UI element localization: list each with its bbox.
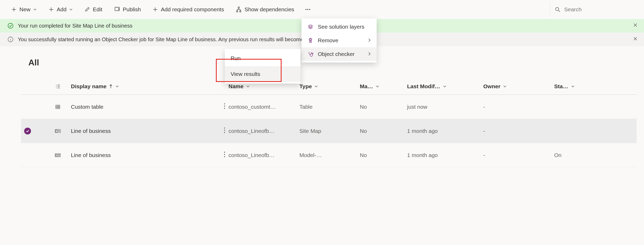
chevron-down-icon	[33, 8, 37, 11]
cell-managed: No	[360, 152, 407, 158]
select-column-icon[interactable]	[45, 84, 71, 89]
cell-owner: -	[483, 152, 554, 158]
cell-last-modified: 1 month ago	[407, 128, 483, 134]
cell-managed: No	[360, 104, 407, 110]
stethoscope-icon	[307, 51, 314, 57]
chevron-down-icon	[376, 85, 379, 88]
grid-header-row: Display name Name Type Ma… Last Modif… O…	[21, 78, 637, 95]
col-display-name[interactable]: Display name	[71, 83, 207, 90]
svg-point-13	[224, 108, 225, 109]
svg-point-21	[224, 152, 225, 153]
banner-close-button[interactable]	[633, 23, 638, 29]
col-status[interactable]: Sta…	[554, 83, 612, 90]
publish-label: Publish	[123, 6, 141, 13]
command-bar: New Add Edit Publish Add required compon…	[0, 0, 644, 19]
new-button[interactable]: New	[6, 2, 41, 17]
menu-remove[interactable]: Remove	[302, 34, 377, 47]
svg-point-6	[309, 9, 310, 10]
menu-object-checker[interactable]: Object checker	[302, 47, 377, 61]
svg-point-4	[305, 9, 307, 10]
col-name[interactable]: Name	[228, 83, 299, 90]
row-more-button[interactable]	[224, 103, 228, 110]
components-grid: Display name Name Type Ma… Last Modif… O…	[0, 67, 644, 167]
overflow-button[interactable]	[301, 2, 315, 17]
col-managed[interactable]: Ma…	[360, 83, 407, 90]
cell-managed: No	[360, 128, 407, 134]
cell-status: On	[554, 152, 612, 158]
row-type-icon	[45, 129, 71, 133]
search-input[interactable]	[564, 6, 633, 13]
plus-icon	[48, 7, 54, 12]
cell-owner: -	[483, 128, 554, 134]
show-dependencies-button[interactable]: Show dependencies	[231, 2, 299, 17]
publish-button[interactable]: Publish	[109, 2, 146, 17]
chevron-down-icon	[503, 85, 507, 88]
object-checker-submenu: Run View results	[225, 49, 300, 84]
add-button[interactable]: Add	[44, 2, 77, 17]
col-owner[interactable]: Owner	[483, 83, 554, 90]
search-box[interactable]	[550, 2, 638, 17]
svg-point-11	[224, 103, 225, 104]
row-more-button[interactable]	[224, 152, 228, 159]
chevron-down-icon	[69, 8, 73, 11]
chevron-right-icon	[368, 37, 371, 44]
row-type-icon	[45, 104, 71, 110]
cell-name: contoso_Lineofb…	[228, 128, 299, 134]
chevron-right-icon	[368, 51, 371, 57]
table-row[interactable]: Line of business contoso_Lineofb… Site M…	[21, 119, 637, 143]
info-circle-icon	[7, 36, 14, 43]
banner-success-text: Your run completed for Site Map Line of …	[18, 23, 132, 29]
edit-label: Edit	[93, 6, 102, 13]
svg-rect-1	[238, 7, 240, 8]
chevron-down-icon	[246, 85, 250, 88]
cell-last-modified: just now	[407, 104, 483, 110]
row-type-icon	[45, 153, 71, 158]
svg-point-7	[555, 7, 559, 11]
cell-name: contoso_Lineofb…	[228, 152, 299, 158]
cell-type: Table	[299, 104, 360, 110]
svg-point-18	[224, 132, 225, 133]
banner-info-text: You successfully started running an Obje…	[18, 37, 319, 43]
chevron-down-icon	[443, 85, 446, 88]
add-required-button[interactable]: Add required components	[148, 2, 229, 17]
banner-close-button[interactable]	[633, 37, 638, 43]
row-more-button[interactable]	[224, 127, 228, 134]
svg-rect-20	[56, 155, 58, 156]
chevron-down-icon	[571, 85, 575, 88]
dependencies-icon	[236, 6, 242, 13]
cell-type: Site Map	[299, 128, 360, 134]
table-row[interactable]: Custom table contoso_customt… Table No j…	[21, 95, 637, 119]
svg-point-8	[8, 23, 13, 28]
plus-icon	[152, 7, 158, 12]
publish-icon	[114, 6, 120, 13]
submenu-run[interactable]: Run	[225, 50, 300, 66]
table-row[interactable]: Line of business contoso_Lineofb… Model-…	[21, 143, 637, 167]
sort-up-icon	[109, 84, 113, 88]
plus-icon	[11, 7, 17, 12]
cell-display-name: Line of business	[71, 152, 207, 158]
new-label: New	[19, 6, 30, 13]
svg-rect-3	[240, 11, 241, 12]
edit-button[interactable]: Edit	[80, 2, 107, 17]
more-icon	[305, 6, 311, 13]
cell-owner: -	[483, 104, 554, 110]
row-selected-icon	[24, 128, 31, 134]
svg-point-24	[312, 53, 313, 54]
svg-point-16	[224, 127, 225, 128]
cell-display-name: Custom table	[71, 104, 207, 110]
svg-point-12	[224, 106, 225, 107]
cell-name: contoso_customt…	[228, 104, 299, 110]
chevron-down-icon	[115, 85, 119, 88]
overflow-menu: See solution layers Remove Object checke…	[302, 18, 377, 62]
svg-point-22	[224, 154, 225, 155]
col-last-modified[interactable]: Last Modif…	[407, 83, 483, 90]
submenu-view-results[interactable]: View results	[225, 66, 300, 82]
svg-rect-10	[56, 105, 60, 108]
menu-see-solution-layers[interactable]: See solution layers	[302, 20, 377, 34]
search-icon	[555, 7, 560, 12]
col-type[interactable]: Type	[299, 83, 360, 90]
cell-last-modified: 1 month ago	[407, 152, 483, 158]
add-required-label: Add required components	[161, 6, 224, 13]
add-label: Add	[57, 6, 66, 13]
svg-rect-2	[237, 11, 238, 12]
